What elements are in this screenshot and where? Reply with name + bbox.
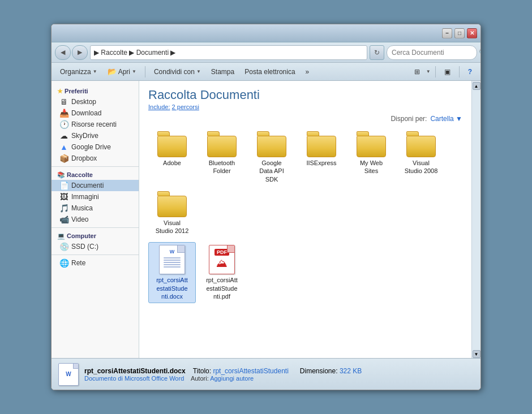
toolbar-sep-1	[145, 66, 145, 77]
sidebar-divider-2	[52, 227, 139, 228]
rete-icon: 🌐	[59, 258, 68, 268]
folder-bluetooth[interactable]: BluetoothFolder	[198, 128, 246, 186]
status-sub: Documento di Microsoft Office Word Autor…	[84, 375, 474, 382]
skydrive-label: SkyDrive	[71, 132, 98, 140]
address-path[interactable]: ▶ Raccolte ▶ Documenti ▶	[90, 45, 367, 60]
sidebar-item-documenti[interactable]: 📄 Documenti	[52, 180, 139, 191]
dropbox-icon: 📦	[59, 154, 68, 163]
docx-icon: W	[159, 245, 185, 274]
folder-vs2012[interactable]: VisualStudio 2012	[148, 188, 196, 238]
folder-iis-icon	[307, 131, 336, 157]
recent-label: Risorse recenti	[71, 120, 117, 128]
apri-button[interactable]: 📂 Apri ▼	[104, 65, 140, 79]
sidebar-item-immagini[interactable]: 🖼 Immagini	[52, 191, 139, 202]
posta-button[interactable]: Posta elettronica	[241, 65, 299, 79]
file-pdf[interactable]: PDF ⛰ rpt_corsiAttestatiStudenti.pdf	[198, 242, 246, 303]
docx-label: rpt_corsiAttestatiStudenti.docx	[156, 276, 188, 300]
file-grid: Adobe BluetoothFolder GoogleData APISDK	[148, 128, 462, 238]
scroll-down-button[interactable]: ▼	[473, 350, 480, 358]
view-icon-button[interactable]: ⊞	[410, 65, 424, 79]
sidebar-item-video[interactable]: 📹 Video	[52, 214, 139, 225]
libraries-section[interactable]: 📚 Raccolte	[52, 169, 139, 180]
more-label: »	[306, 68, 310, 76]
ssd-icon: 💿	[59, 242, 68, 251]
sidebar-item-musica[interactable]: 🎵 Musica	[52, 202, 139, 214]
folder-myweb[interactable]: My WebSites	[347, 128, 395, 186]
sidebar-item-rete[interactable]: 🌐 Rete	[52, 257, 139, 269]
toolbar: Organizza ▼ 📂 Apri ▼ Condividi con ▼ Sta…	[52, 63, 480, 81]
sidebar-item-download[interactable]: 📥 Download	[52, 107, 139, 119]
stampa-button[interactable]: Stampa	[207, 65, 238, 79]
status-authors-value[interactable]: Aggiungi autore	[210, 375, 254, 382]
refresh-button[interactable]: ↻	[370, 45, 384, 60]
status-file-icon: W	[58, 363, 79, 386]
search-input[interactable]	[392, 49, 477, 57]
folder-vs2012-label: VisualStudio 2012	[156, 219, 189, 235]
folder-vs2008-icon	[406, 131, 436, 157]
pdf-label: rpt_corsiAttestatiStudenti.pdf	[206, 276, 238, 300]
video-icon: 📹	[59, 215, 68, 224]
search-box[interactable]: 🔍	[387, 45, 477, 60]
sort-chevron: ▼	[456, 115, 462, 123]
more-button[interactable]: »	[302, 65, 314, 79]
organizza-label: Organizza	[60, 68, 91, 76]
close-button[interactable]: ✕	[467, 28, 477, 38]
sort-row: Disponi per: Cartella ▼	[148, 115, 462, 123]
sidebar-item-skydrive[interactable]: ☁ SkyDrive	[52, 130, 139, 141]
sort-label: Disponi per:	[391, 115, 427, 123]
gdrive-icon: ▲	[59, 143, 68, 152]
sidebar-item-gdrive[interactable]: ▲ Google Drive	[52, 141, 139, 153]
condividi-button[interactable]: Condividi con ▼	[150, 65, 205, 79]
status-text: rpt_corsiAttestatiStudenti.docx Titolo: …	[84, 367, 474, 382]
folder-google[interactable]: GoogleData APISDK	[248, 128, 295, 186]
folder-iis[interactable]: IISExpress	[298, 128, 345, 186]
sidebar-divider-1	[52, 166, 139, 167]
scroll-up-button[interactable]: ▲	[473, 82, 480, 90]
folder-adobe-icon	[157, 131, 187, 157]
maximize-button[interactable]: □	[454, 28, 465, 38]
minimize-button[interactable]: –	[442, 28, 452, 38]
docx-icon-content: W	[168, 245, 177, 256]
folder-google-icon	[257, 131, 286, 157]
libraries-icon: 📚	[57, 171, 65, 178]
status-size-value: 322 KB	[340, 367, 362, 375]
forward-button[interactable]: ▶	[72, 45, 88, 60]
organizza-button[interactable]: Organizza ▼	[56, 65, 101, 79]
recent-icon: 🕐	[59, 120, 68, 129]
status-doc-type: Documento di Microsoft Office Word	[84, 375, 184, 382]
sidebar-item-dropbox[interactable]: 📦 Dropbox	[52, 153, 139, 164]
sort-value-link[interactable]: Cartella ▼	[430, 115, 462, 123]
status-authors-label: Autori:	[191, 375, 209, 382]
help-button[interactable]: ?	[464, 65, 476, 79]
sidebar-item-ssd[interactable]: 💿 SSD (C:)	[52, 241, 139, 252]
computer-icon: 💻	[57, 232, 65, 239]
back-button[interactable]: ◀	[55, 45, 71, 60]
folder-myweb-icon	[357, 131, 386, 157]
paths-count-link[interactable]: 2 percorsi	[172, 104, 199, 110]
folder-google-label: GoogleData APISDK	[259, 159, 284, 183]
sidebar-item-desktop[interactable]: 🖥 Desktop	[52, 96, 139, 107]
status-filename: rpt_corsiAttestatiStudenti.docx Titolo: …	[84, 367, 474, 375]
documenti-icon: 📄	[59, 181, 68, 190]
view-chevron[interactable]: ▼	[426, 69, 431, 74]
content-area: Raccolta Documenti Include: 2 percorsi D…	[139, 81, 471, 358]
rete-label: Rete	[71, 259, 85, 267]
search-icon: 🔍	[479, 49, 481, 57]
apri-label: Apri	[118, 68, 130, 76]
status-filename-bold: rpt_corsiAttestatiStudenti.docx	[84, 367, 186, 375]
immagini-label: Immagini	[71, 193, 99, 201]
computer-section[interactable]: 💻 Computer	[52, 230, 139, 241]
status-size-label: Dimensione:	[300, 367, 338, 375]
preview-pane-button[interactable]: ▣	[440, 65, 454, 79]
toolbar-sep-2	[435, 66, 436, 77]
gdrive-label: Google Drive	[71, 143, 111, 151]
folder-vs2008[interactable]: VisualStudio 2008	[397, 128, 445, 186]
pdf-acrobat-icon: ⛰	[216, 257, 228, 270]
pdf-badge: PDF	[214, 249, 229, 256]
folder-adobe[interactable]: Adobe	[148, 128, 196, 186]
sidebar-item-recent[interactable]: 🕐 Risorse recenti	[52, 119, 139, 130]
file-docx[interactable]: W rpt_corsiAttestatiStudenti.docx	[148, 242, 196, 303]
folder-myweb-label: My WebSites	[360, 159, 383, 175]
favorites-section[interactable]: ★ Preferiti	[52, 85, 139, 96]
scrollbar[interactable]: ▲ ▼	[471, 81, 480, 358]
